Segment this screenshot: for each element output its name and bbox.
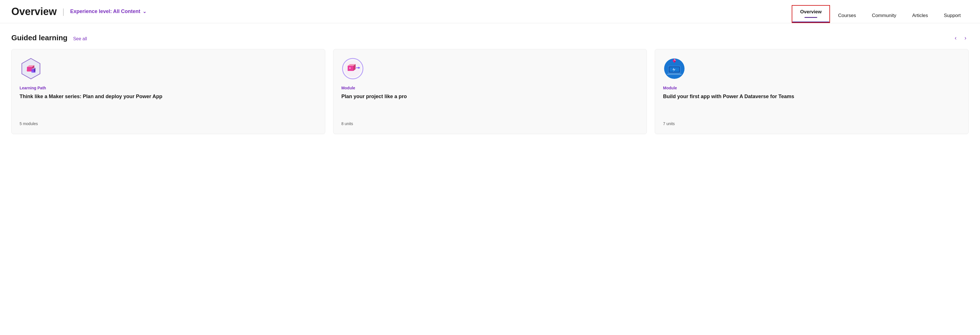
overview-tab-highlight: Overview (792, 5, 830, 23)
header-divider: | (61, 7, 65, 16)
tab-articles[interactable]: Articles (904, 10, 936, 23)
header-left: Overview | Experience level: All Content… (11, 6, 146, 22)
svg-rect-22 (667, 74, 682, 75)
tab-overview[interactable]: Overview (792, 6, 830, 22)
card-1[interactable]: Learning Path Think like a Maker series:… (11, 49, 325, 134)
card-2-type: Module (341, 86, 639, 90)
section-header: Guided learning See all ‹ › (11, 34, 969, 42)
svg-point-7 (27, 70, 29, 71)
card-3-type: Module (663, 86, 961, 90)
see-all-link[interactable]: See all (73, 36, 87, 41)
section-title: Guided learning (11, 34, 67, 42)
experience-level-button[interactable]: Experience level: All Content ⌄ (70, 8, 146, 14)
card-1-icon (19, 57, 42, 80)
main-content: Guided learning See all ‹ › (0, 23, 980, 134)
svg-point-16 (349, 67, 350, 69)
nav-arrows: ‹ › (953, 34, 969, 42)
page-title: Overview (11, 6, 57, 17)
card-3-title: Build your first app with Power A Datave… (663, 93, 961, 100)
card-2-title: Plan your project like a pro (341, 93, 639, 100)
experience-level-label: Experience level: All Content (70, 8, 140, 14)
card-2-meta: 8 units (341, 121, 639, 126)
card-3-meta: 7 units (663, 121, 961, 126)
tab-courses[interactable]: Courses (830, 10, 864, 23)
cards-container: Learning Path Think like a Maker series:… (11, 49, 969, 134)
chevron-down-icon: ⌄ (143, 9, 146, 14)
tab-support[interactable]: Support (936, 10, 969, 23)
card-2[interactable]: Module Plan your project like a pro 8 un… (333, 49, 647, 134)
header-bar: Overview | Experience level: All Content… (0, 0, 980, 23)
tab-community[interactable]: Community (864, 10, 904, 23)
card-3-icon (663, 57, 686, 80)
nav-tabs: Overview Courses Community Articles Supp… (792, 5, 969, 23)
card-3[interactable]: Module Build your first app with Power A… (655, 49, 969, 134)
card-1-type: Learning Path (19, 86, 317, 90)
card-1-title: Think like a Maker series: Plan and depl… (19, 93, 317, 100)
card-2-icon (341, 57, 364, 80)
section-header-left: Guided learning See all (11, 34, 87, 42)
prev-arrow-button[interactable]: ‹ (953, 34, 959, 42)
next-arrow-button[interactable]: › (962, 34, 969, 42)
card-1-meta: 5 modules (19, 121, 317, 126)
